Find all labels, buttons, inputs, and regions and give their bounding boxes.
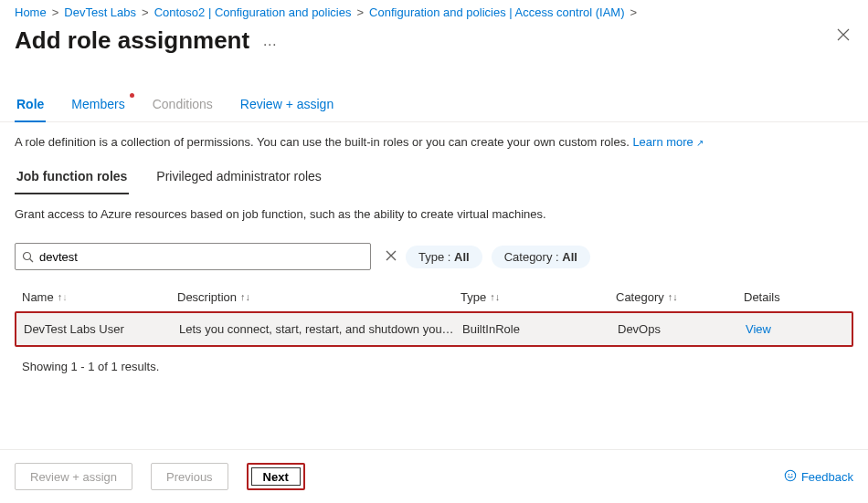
review-assign-button: Review + assign: [15, 463, 132, 490]
svg-point-3: [788, 473, 789, 474]
breadcrumb-item[interactable]: Home: [15, 5, 47, 19]
col-details-label: Details: [744, 290, 780, 304]
results-count: Showing 1 - 1 of 1 results.: [0, 347, 868, 386]
cell-name: DevTest Labs User: [24, 322, 179, 336]
table-header: Name ↑↓ Description ↑↓ Type ↑↓ Category …: [15, 283, 853, 311]
col-name[interactable]: Name ↑↓: [22, 290, 177, 304]
intro-body: A role definition is a collection of per…: [15, 135, 630, 149]
view-details-link[interactable]: View: [746, 322, 771, 336]
col-name-label: Name: [22, 290, 54, 304]
svg-point-0: [23, 252, 30, 259]
more-icon[interactable]: …: [262, 33, 278, 49]
sort-icon: ↑↓: [490, 292, 500, 302]
intro-text: A role definition is a collection of per…: [0, 122, 868, 158]
filter-category-value: All: [562, 250, 577, 264]
close-icon[interactable]: [837, 28, 850, 44]
breadcrumb-item[interactable]: Contoso2 | Configuration and policies: [154, 5, 352, 19]
page-title: Add role assignment: [15, 26, 249, 55]
col-description[interactable]: Description ↑↓: [177, 290, 460, 304]
feedback-icon: [784, 469, 797, 485]
tab-members[interactable]: Members: [69, 89, 126, 121]
col-details: Details: [744, 290, 853, 304]
breadcrumb-item[interactable]: DevTest Labs: [64, 5, 136, 19]
svg-line-1: [29, 258, 33, 262]
search-input-wrap[interactable]: [15, 243, 371, 270]
breadcrumb-item[interactable]: Configuration and policies | Access cont…: [369, 5, 624, 19]
col-category-label: Category: [616, 290, 664, 304]
tab-role[interactable]: Role: [15, 89, 46, 122]
table-row[interactable]: DevTest Labs User Lets you connect, star…: [15, 311, 853, 347]
role-subtabs: Job function roles Privileged administra…: [0, 158, 868, 194]
svg-point-4: [791, 473, 792, 474]
next-button[interactable]: Next: [247, 463, 305, 490]
chevron-right-icon: >: [52, 5, 59, 19]
chevron-right-icon: >: [142, 5, 149, 19]
chevron-right-icon: >: [357, 5, 365, 19]
search-input[interactable]: [39, 245, 370, 268]
cell-type: BuiltInRole: [462, 322, 618, 336]
filter-type-pill[interactable]: Type : All: [406, 246, 482, 268]
previous-button: Previous: [151, 463, 228, 490]
cell-description: Lets you connect, start, restart, and sh…: [179, 322, 462, 336]
learn-more-link[interactable]: Learn more: [632, 135, 693, 149]
sort-icon: ↑↓: [240, 292, 250, 302]
title-row: Add role assignment …: [0, 21, 868, 69]
breadcrumb: Home > DevTest Labs > Contoso2 | Configu…: [0, 0, 868, 21]
feedback-link[interactable]: Feedback: [784, 469, 853, 485]
filter-row: Type : All Category : All: [0, 234, 868, 279]
sort-icon: ↑↓: [668, 292, 678, 302]
filter-category-pill[interactable]: Category : All: [492, 246, 590, 268]
tab-review-assign[interactable]: Review + assign: [238, 89, 335, 121]
tabs: Role Members Conditions Review + assign: [0, 89, 868, 122]
search-icon: [21, 250, 34, 263]
grant-text: Grant access to Azure resources based on…: [0, 194, 868, 234]
cell-category: DevOps: [618, 322, 746, 336]
col-category[interactable]: Category ↑↓: [616, 290, 744, 304]
filter-category-label: Category :: [504, 250, 559, 264]
roles-table: Name ↑↓ Description ↑↓ Type ↑↓ Category …: [15, 283, 853, 347]
subtab-job-function-roles[interactable]: Job function roles: [15, 163, 129, 194]
external-link-icon: ↗: [696, 138, 704, 148]
chevron-right-icon: >: [630, 5, 638, 19]
filter-type-label: Type :: [418, 250, 450, 264]
sort-icon: ↑↓: [58, 292, 68, 302]
col-type[interactable]: Type ↑↓: [460, 290, 616, 304]
subtab-privileged-admin-roles[interactable]: Privileged administrator roles: [154, 163, 323, 194]
feedback-label: Feedback: [801, 470, 853, 484]
tab-conditions: Conditions: [151, 89, 215, 121]
footer: Review + assign Previous Next Feedback: [0, 449, 868, 503]
clear-search-icon[interactable]: [386, 249, 397, 264]
col-type-label: Type: [460, 290, 486, 304]
col-description-label: Description: [177, 290, 237, 304]
svg-point-2: [785, 470, 795, 480]
filter-type-value: All: [454, 250, 470, 264]
